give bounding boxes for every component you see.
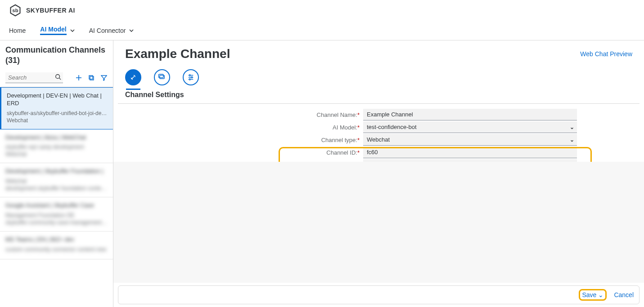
select-ai-model-value: test-confidence-bot — [367, 124, 417, 130]
web-chat-preview-link[interactable]: Web Chat Preview — [580, 50, 632, 58]
svg-point-2 — [56, 75, 60, 79]
sidebar: Communication Channels (31) Development … — [0, 40, 113, 307]
list-item-sub: custom community connector content new — [5, 246, 108, 253]
nav-ai-connector[interactable]: AI Connector — [89, 22, 134, 39]
save-button[interactable]: Save ⌄ — [582, 291, 603, 298]
tab-settings-icon[interactable] — [125, 69, 141, 85]
list-item[interactable]: Google Assistant | Skybuffer Case Manage… — [0, 197, 113, 231]
chevron-down-icon — [129, 27, 134, 34]
tab-sliders-icon[interactable] — [183, 69, 199, 85]
list-item-title: Development | Skybuffer Foundation | — [5, 168, 108, 175]
svg-point-15 — [189, 79, 190, 80]
list-item-title: Development | DEV-EN | Web Chat | ERD — [7, 92, 108, 107]
list-item[interactable]: Development | DEV-EN | Web Chat | ERD sk… — [0, 87, 113, 129]
list-item-sub: skybuffer wyt camp development — [5, 144, 108, 150]
list-item-sub: Webchat — [7, 117, 108, 124]
nav-ai-model[interactable]: AI Model — [40, 21, 74, 40]
list-item-sub: development skybuffer foundation content… — [5, 185, 108, 191]
select-ai-model[interactable]: test-confidence-bot ⌄ — [363, 121, 577, 133]
nav-home-label: Home — [9, 27, 26, 34]
svg-rect-6 — [90, 76, 94, 80]
list-item-title: Development | Ibiza | WebChat — [5, 134, 108, 142]
empty-area — [113, 162, 644, 283]
svg-rect-7 — [89, 76, 93, 79]
search-icon[interactable] — [55, 74, 61, 82]
select-channel-type[interactable]: Webchat ⌄ — [363, 134, 577, 146]
footer-bar: Save ⌄ Cancel — [118, 285, 639, 304]
brand-text: SKYBUFFER AI — [26, 7, 75, 14]
sidebar-title: Communication Channels (31) — [0, 40, 113, 71]
list-item[interactable]: Development | Skybuffer Foundation | Web… — [0, 163, 113, 197]
chevron-down-icon: ⌄ — [570, 124, 574, 130]
nav-ai-model-label: AI Model — [40, 26, 66, 35]
nav-home[interactable]: Home — [9, 22, 26, 39]
list-item-sub: Management Foundation DE — [5, 212, 108, 218]
list-item-sub: Webchat — [5, 151, 108, 157]
tab-display-icon[interactable] — [154, 69, 170, 85]
chevron-down-icon: ⌄ — [570, 137, 574, 143]
svg-text:sb: sb — [12, 8, 18, 13]
tab-icons — [113, 61, 644, 89]
copy-icon[interactable] — [87, 73, 96, 82]
chevron-down-icon — [70, 27, 75, 34]
search-wrapper — [5, 72, 63, 83]
svg-point-13 — [191, 77, 193, 78]
svg-line-3 — [59, 78, 61, 80]
input-channel-name[interactable] — [363, 109, 577, 120]
select-channel-type-value: Webchat — [367, 136, 390, 143]
select-survey-id-value: 50000019_012 Exit Survey — [367, 161, 437, 162]
label-ai-model: AI Model:* — [113, 124, 363, 131]
top-nav: Home AI Model AI Connector — [0, 21, 644, 40]
label-channel-id: Channel ID:* — [113, 149, 363, 156]
sidebar-toolbar — [0, 71, 113, 87]
input-channel-id[interactable] — [363, 147, 577, 158]
list-item[interactable]: MS Teams | EN | BIZ+ dev custom communit… — [0, 231, 113, 259]
list-item-sub: skybuffer-community-case-management-goog… — [5, 219, 108, 226]
save-highlight-annotation: Save ⌄ — [579, 289, 607, 301]
list-item-sub: skybuffer-as/skybuffer-unified-bot-joi-d… — [7, 110, 108, 116]
chevron-down-icon: ⌄ — [598, 291, 603, 298]
section-title: Channel Settings — [118, 89, 639, 104]
filter-icon[interactable] — [99, 73, 108, 82]
nav-ai-connector-label: AI Connector — [89, 27, 126, 34]
cancel-button[interactable]: Cancel — [614, 291, 634, 298]
list-item[interactable]: Development | Ibiza | WebChat skybuffer … — [0, 129, 113, 164]
svg-point-11 — [189, 75, 190, 76]
app-header: sb SKYBUFFER AI — [0, 0, 644, 21]
form-area: Channel Name:* AI Model:* test-confidenc… — [113, 104, 644, 162]
save-button-label: Save — [582, 291, 596, 298]
select-survey-id[interactable]: 50000019_012 Exit Survey ⌄ — [363, 159, 577, 162]
app-logo: sb — [9, 4, 22, 17]
add-icon[interactable] — [74, 73, 83, 82]
list-item-sub: Webchat — [5, 178, 108, 184]
page-header: Example Channel Web Chat Preview — [113, 40, 644, 61]
list-item-title: MS Teams | EN | BIZ+ dev — [5, 236, 108, 244]
search-input[interactable] — [5, 72, 63, 83]
main-panel: Example Channel Web Chat Preview — [113, 40, 644, 307]
page-title: Example Channel — [125, 47, 230, 61]
label-channel-type: Channel type:* — [113, 137, 363, 143]
channel-list: Development | DEV-EN | Web Chat | ERD sk… — [0, 87, 113, 307]
list-item-title: Google Assistant | Skybuffer Case — [5, 202, 108, 209]
label-channel-name: Channel Name:* — [113, 111, 363, 118]
